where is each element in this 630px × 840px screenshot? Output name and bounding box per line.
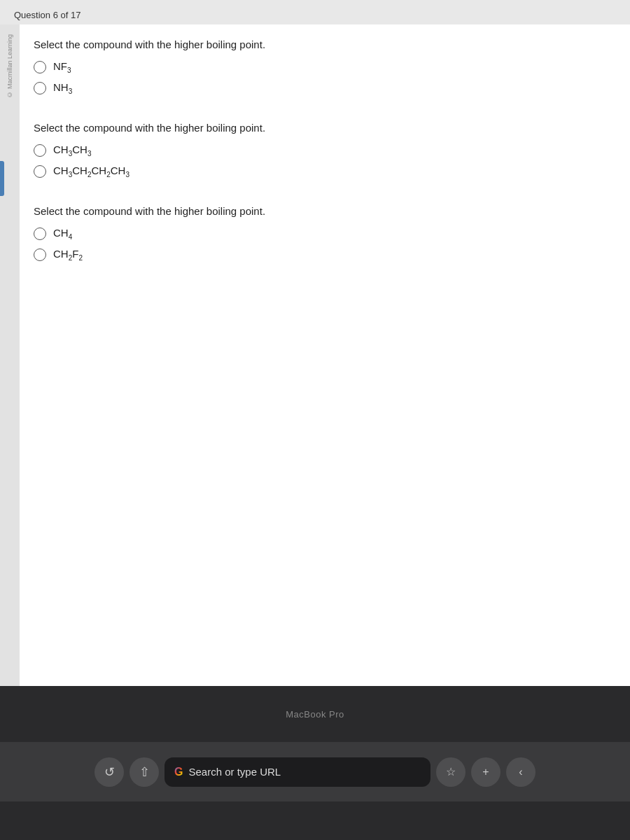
refresh-button[interactable]: ↺: [94, 757, 124, 787]
macbook-label: MacBook Pro: [286, 709, 344, 720]
radio-nh3[interactable]: [34, 82, 46, 94]
section-2-prompt: Select the compound with the higher boil…: [34, 122, 609, 134]
option-row-1a[interactable]: NF3: [34, 60, 609, 74]
option-label-nf3: NF3: [53, 60, 71, 74]
option-label-nh3: NH3: [53, 81, 72, 95]
option-label-butane: CH3CH2CH2CH3: [53, 164, 130, 178]
question-page: Question 6 of 17 © Macmillan Learning Se…: [0, 0, 630, 686]
option-label-ch4: CH4: [53, 227, 72, 241]
question-header: Question 6 of 17: [0, 0, 630, 24]
option-row-3a[interactable]: CH4: [34, 227, 609, 241]
home-bar-area: [0, 802, 630, 840]
radio-ch3ch3[interactable]: [34, 144, 46, 157]
browser-content: Question 6 of 17 © Macmillan Learning Se…: [0, 0, 630, 686]
section-3-prompt: Select the compound with the higher boil…: [34, 205, 609, 217]
option-label-ch3ch3: CH3CH3: [53, 144, 91, 158]
radio-ch2f2[interactable]: [34, 248, 46, 261]
address-bar[interactable]: G Search or type URL: [164, 757, 430, 787]
section-1-prompt: Select the compound with the higher boil…: [34, 38, 609, 50]
option-row-1b[interactable]: NH3: [34, 81, 609, 95]
add-tab-button[interactable]: +: [471, 757, 500, 787]
option-label-ch2f2: CH2F2: [53, 248, 83, 262]
watermark-text: © Macmillan Learning: [6, 31, 13, 101]
macbook-bezel: MacBook Pro: [0, 686, 630, 742]
star-icon: ☆: [446, 765, 456, 778]
address-text: Search or type URL: [188, 766, 421, 778]
radio-butane[interactable]: [34, 165, 46, 178]
question-progress: Question 6 of 17: [14, 10, 80, 20]
home-icon: ⇧: [139, 764, 150, 780]
option-row-3b[interactable]: CH2F2: [34, 248, 609, 262]
add-icon: +: [482, 766, 489, 778]
content-panel: Select the compound with the higher boil…: [20, 24, 630, 686]
side-tab[interactable]: [0, 161, 4, 196]
bookmark-button[interactable]: ☆: [436, 757, 465, 787]
question-section-3: Select the compound with the higher boil…: [34, 205, 609, 269]
radio-ch4[interactable]: [34, 227, 46, 240]
option-row-2b[interactable]: CH3CH2CH2CH3: [34, 164, 609, 178]
question-section-1: Select the compound with the higher boil…: [34, 38, 609, 102]
radio-nf3[interactable]: [34, 61, 46, 74]
refresh-icon: ↺: [104, 764, 115, 780]
home-button[interactable]: ⇧: [130, 757, 159, 787]
more-button[interactable]: ‹: [506, 757, 536, 787]
google-icon: G: [174, 766, 183, 778]
question-body: © Macmillan Learning Select the compound…: [0, 24, 630, 686]
sidebar-watermark: © Macmillan Learning: [0, 24, 20, 686]
chrome-bar-area: ↺ ⇧ G Search or type URL ☆ + ‹: [0, 742, 630, 802]
chevron-icon: ‹: [519, 766, 522, 778]
question-section-2: Select the compound with the higher boil…: [34, 122, 609, 186]
chrome-toolbar: ↺ ⇧ G Search or type URL ☆ + ‹: [7, 757, 623, 787]
option-row-2a[interactable]: CH3CH3: [34, 144, 609, 158]
